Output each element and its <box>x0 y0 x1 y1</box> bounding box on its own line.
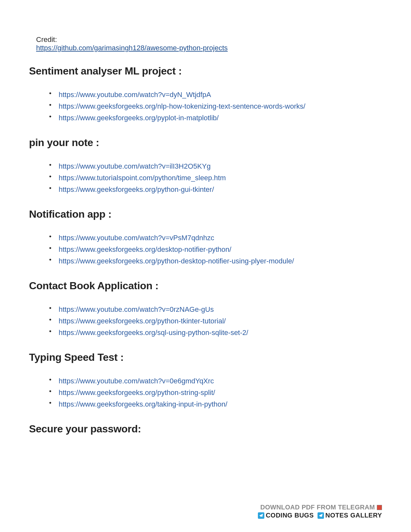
link-list: https://www.youtube.com/watch?v=dyN_Wtjd… <box>49 89 382 123</box>
resource-link[interactable]: https://www.geeksforgeeks.org/python-str… <box>59 389 215 397</box>
resource-link[interactable]: https://www.youtube.com/watch?v=dyN_Wtjd… <box>59 91 211 99</box>
list-item: https://www.youtube.com/watch?v=ilI3H2O5… <box>49 161 382 172</box>
credit-link[interactable]: https://github.com/garimasingh128/awesom… <box>36 44 228 52</box>
list-item: https://www.geeksforgeeks.org/python-tki… <box>49 316 382 326</box>
telegram-icon <box>318 512 324 519</box>
footer-channel-1: CODING BUGS <box>266 512 314 519</box>
footer-download-line: DOWNLOAD PDF FROM TELEGRAM <box>258 504 382 511</box>
link-list: https://www.youtube.com/watch?v=vPsM7qdn… <box>49 232 382 266</box>
resource-link[interactable]: https://www.youtube.com/watch?v=vPsM7qdn… <box>59 234 214 242</box>
list-item: https://www.geeksforgeeks.org/pyplot-in-… <box>49 113 382 123</box>
section-heading: Notification app : <box>29 208 382 220</box>
credit-label: Credit: <box>36 35 382 44</box>
list-item: https://www.geeksforgeeks.org/python-str… <box>49 387 382 398</box>
list-item: https://www.youtube.com/watch?v=dyN_Wtjd… <box>49 89 382 100</box>
resource-link[interactable]: https://www.geeksforgeeks.org/pyplot-in-… <box>59 114 219 122</box>
list-item: https://www.youtube.com/watch?v=0e6gmdYq… <box>49 376 382 386</box>
list-item: https://www.geeksforgeeks.org/python-des… <box>49 256 382 266</box>
list-item: https://www.youtube.com/watch?v=vPsM7qdn… <box>49 232 382 243</box>
resource-link[interactable]: https://www.geeksforgeeks.org/taking-inp… <box>59 400 227 408</box>
resource-link[interactable]: https://www.geeksforgeeks.org/python-des… <box>59 257 294 265</box>
link-list: https://www.youtube.com/watch?v=0rzNAGe-… <box>49 304 382 338</box>
section-heading: Sentiment analyser ML project : <box>29 65 382 77</box>
resource-link[interactable]: https://www.geeksforgeeks.org/nlp-how-to… <box>59 102 305 110</box>
list-item: https://www.youtube.com/watch?v=0rzNAGe-… <box>49 304 382 315</box>
section-heading: Contact Book Application : <box>29 280 382 292</box>
footer-channel-2: NOTES GALLERY <box>325 512 382 519</box>
list-item: https://www.tutorialspoint.com/python/ti… <box>49 172 382 183</box>
footer-download-text: DOWNLOAD PDF FROM TELEGRAM <box>260 504 375 511</box>
link-list: https://www.youtube.com/watch?v=0e6gmdYq… <box>49 376 382 409</box>
resource-link[interactable]: https://www.geeksforgeeks.org/desktop-no… <box>59 245 231 253</box>
section-heading: Typing Speed Test : <box>29 351 382 363</box>
list-item: https://www.geeksforgeeks.org/python-gui… <box>49 184 382 195</box>
resource-link[interactable]: https://www.youtube.com/watch?v=ilI3H2O5… <box>59 162 210 170</box>
footer-channels-line: CODING BUGS NOTES GALLERY <box>258 512 382 519</box>
resource-link[interactable]: https://www.geeksforgeeks.org/sql-using-… <box>59 329 248 337</box>
telegram-icon <box>258 512 264 519</box>
document-page: Credit: https://github.com/garimasingh12… <box>0 0 411 435</box>
sections-container: Sentiment analyser ML project :https://w… <box>29 65 382 435</box>
resource-link[interactable]: https://www.tutorialspoint.com/python/ti… <box>59 174 226 182</box>
section-heading: Secure your password: <box>29 423 382 435</box>
list-item: https://www.geeksforgeeks.org/nlp-how-to… <box>49 101 382 112</box>
footer: DOWNLOAD PDF FROM TELEGRAM CODING BUGS N… <box>258 504 382 519</box>
resource-link[interactable]: https://www.youtube.com/watch?v=0rzNAGe-… <box>59 305 214 313</box>
credit-block: Credit: https://github.com/garimasingh12… <box>36 35 382 52</box>
list-item: https://www.geeksforgeeks.org/sql-using-… <box>49 327 382 338</box>
list-item: https://www.geeksforgeeks.org/desktop-no… <box>49 244 382 255</box>
section-heading: pin your note : <box>29 137 382 149</box>
list-item: https://www.geeksforgeeks.org/taking-inp… <box>49 399 382 409</box>
footer-square-icon <box>377 505 382 510</box>
resource-link[interactable]: https://www.youtube.com/watch?v=0e6gmdYq… <box>59 377 214 385</box>
link-list: https://www.youtube.com/watch?v=ilI3H2O5… <box>49 161 382 195</box>
resource-link[interactable]: https://www.geeksforgeeks.org/python-tki… <box>59 317 226 325</box>
resource-link[interactable]: https://www.geeksforgeeks.org/python-gui… <box>59 185 214 193</box>
